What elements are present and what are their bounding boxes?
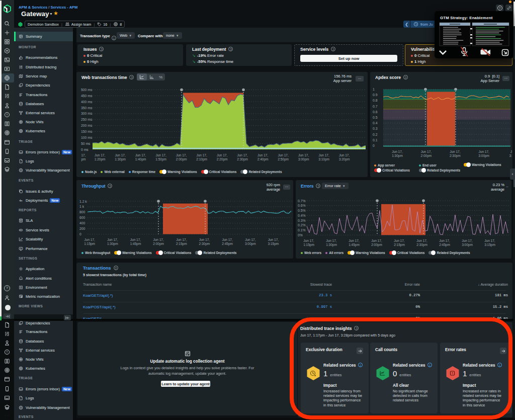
- svg-text:Jun 17,: Jun 17,: [349, 239, 360, 242]
- svg-text:200 ms: 200 ms: [81, 124, 93, 127]
- svg-text:0.4: 0.4: [373, 121, 378, 125]
- svg-text:3:00pm: 3:00pm: [462, 243, 473, 247]
- svg-text:1:50pm: 1:50pm: [155, 157, 166, 161]
- svg-text:1:30pm: 1:30pm: [392, 154, 403, 158]
- svg-text:Jun 17,: Jun 17,: [318, 153, 329, 157]
- svg-text:Jun 17,: Jun 17,: [278, 153, 289, 157]
- svg-text:Jun 17,: Jun 17,: [176, 238, 187, 241]
- svg-text:3:00pm: 3:00pm: [245, 242, 256, 246]
- svg-text:Jun 17,: Jun 17,: [326, 239, 337, 242]
- svg-text:Jun 17,: Jun 17,: [394, 239, 405, 242]
- svg-text:Jun 17,: Jun 17,: [155, 153, 166, 157]
- svg-text:3:: 3:: [509, 154, 512, 157]
- svg-text:1:45pm: 1:45pm: [349, 243, 360, 247]
- svg-text:2:00pm: 2:00pm: [176, 157, 187, 161]
- svg-text:2:30pm: 2:30pm: [199, 242, 210, 246]
- svg-text:0.5: 0.5: [373, 116, 378, 119]
- svg-text:Jun 17,: Jun 17,: [196, 153, 207, 157]
- svg-text:1.2 k: 1.2 k: [79, 200, 87, 203]
- svg-text:Jun 17,: Jun 17,: [339, 153, 350, 157]
- svg-text:0.7: 0.7: [373, 105, 378, 108]
- svg-text:0.6: 0.6: [373, 110, 378, 114]
- svg-text:Jun 17,: Jun 17,: [298, 153, 309, 157]
- svg-text:Jun 17,: Jun 17,: [258, 153, 269, 157]
- svg-text:Jun 17,: Jun 17,: [135, 153, 146, 157]
- svg-text:3:20pm: 3:20pm: [339, 157, 350, 161]
- svg-text:2:15pm: 2:15pm: [176, 242, 187, 246]
- svg-text:Jun 17,: Jun 17,: [84, 238, 96, 241]
- svg-text:600: 600: [79, 216, 85, 219]
- svg-text:0%: 0%: [298, 233, 303, 237]
- svg-text:2:30pm: 2:30pm: [416, 243, 427, 247]
- svg-text:0.6%: 0.6%: [298, 204, 306, 207]
- svg-text:1:40pm: 1:40pm: [135, 157, 146, 161]
- svg-text:Jun 17,: Jun 17,: [107, 238, 118, 241]
- svg-text:150 ms: 150 ms: [81, 130, 93, 133]
- svg-text:350 ms: 350 ms: [81, 106, 93, 110]
- svg-text:2:15pm: 2:15pm: [394, 243, 405, 247]
- svg-text:400: 400: [79, 221, 85, 225]
- svg-text:500 ms: 500 ms: [81, 88, 93, 92]
- svg-text:2:30pm: 2:30pm: [450, 154, 461, 158]
- svg-text:450 ms: 450 ms: [81, 94, 93, 98]
- svg-text:0 ms: 0 ms: [81, 148, 89, 151]
- svg-text:0: 0: [79, 232, 81, 236]
- svg-text:0.3%: 0.3%: [298, 219, 306, 222]
- svg-text:2:30pm: 2:30pm: [237, 157, 248, 161]
- svg-text:Jun 17,: Jun 17,: [450, 150, 461, 153]
- svg-text:2:40pm: 2:40pm: [258, 157, 269, 161]
- svg-text:3:00pm: 3:00pm: [478, 154, 489, 158]
- svg-text:Jun 17,: Jun 17,: [95, 153, 106, 157]
- svg-text:Jun 17,: Jun 17,: [392, 150, 403, 153]
- svg-text:2:45pm: 2:45pm: [439, 243, 450, 247]
- svg-text:1 k: 1 k: [79, 205, 84, 208]
- svg-text:200: 200: [79, 227, 85, 230]
- svg-text:Jun 17,: Jun 17,: [199, 238, 210, 241]
- svg-text:800: 800: [79, 210, 85, 214]
- svg-text:2:10pm: 2:10pm: [196, 157, 207, 161]
- svg-text:Jun 17,: Jun 17,: [268, 238, 279, 241]
- svg-text:Jun 17,: Jun 17,: [416, 239, 427, 242]
- svg-text:0.1: 0.1: [373, 138, 378, 142]
- svg-text:17,: 17,: [81, 153, 85, 157]
- svg-text:Jun 17,: Jun 17,: [462, 239, 473, 242]
- svg-text:Jun 17,: Jun 17,: [245, 238, 256, 241]
- svg-text:2:00pm: 2:00pm: [421, 154, 432, 158]
- svg-text:3:00pm: 3:00pm: [298, 157, 309, 161]
- svg-text:0.4%: 0.4%: [298, 214, 306, 217]
- svg-text:3:15pm: 3:15pm: [268, 242, 279, 246]
- svg-text:J: J: [510, 150, 512, 153]
- svg-text:1:15pm: 1:15pm: [303, 243, 314, 247]
- svg-text:Jun 17,: Jun 17,: [303, 239, 314, 242]
- svg-text:pm: pm: [81, 157, 85, 161]
- svg-text:1:30pm: 1:30pm: [107, 242, 118, 246]
- svg-text:50 ms: 50 ms: [81, 142, 91, 145]
- svg-text:3:15pm: 3:15pm: [484, 243, 495, 247]
- svg-text:Jun 17,: Jun 17,: [479, 150, 490, 153]
- svg-text:Jun 17,: Jun 17,: [371, 239, 382, 242]
- svg-text:1:30pm: 1:30pm: [115, 157, 126, 161]
- svg-text:1:15pm: 1:15pm: [84, 242, 95, 246]
- svg-text:Jun 17,: Jun 17,: [176, 153, 187, 157]
- svg-text:300 ms: 300 ms: [81, 112, 93, 115]
- svg-text:3:10pm: 3:10pm: [318, 157, 329, 161]
- svg-text:0.8: 0.8: [373, 99, 378, 102]
- svg-text:100 ms: 100 ms: [81, 136, 93, 139]
- svg-text:0.1%: 0.1%: [298, 228, 306, 232]
- svg-text:0.2: 0.2: [373, 133, 378, 136]
- svg-text:Jun 17,: Jun 17,: [439, 239, 450, 242]
- svg-text:0.5%: 0.5%: [298, 209, 306, 212]
- svg-text:0.9: 0.9: [373, 93, 378, 97]
- svg-text:2:00pm: 2:00pm: [153, 242, 164, 246]
- svg-text:1:20pm: 1:20pm: [95, 157, 106, 161]
- svg-text:Jun 17,: Jun 17,: [222, 238, 233, 241]
- svg-text:2:50pm: 2:50pm: [278, 157, 289, 161]
- svg-text:0.2%: 0.2%: [298, 223, 306, 227]
- svg-text:1: 1: [373, 88, 375, 91]
- svg-text:2:45pm: 2:45pm: [222, 242, 233, 246]
- svg-text:1:30pm: 1:30pm: [326, 243, 337, 247]
- svg-text:Jun 17,: Jun 17,: [115, 153, 126, 157]
- svg-text:0: 0: [373, 144, 375, 147]
- svg-text:Jun 17,: Jun 17,: [130, 238, 141, 241]
- svg-text:1:45pm: 1:45pm: [130, 242, 141, 246]
